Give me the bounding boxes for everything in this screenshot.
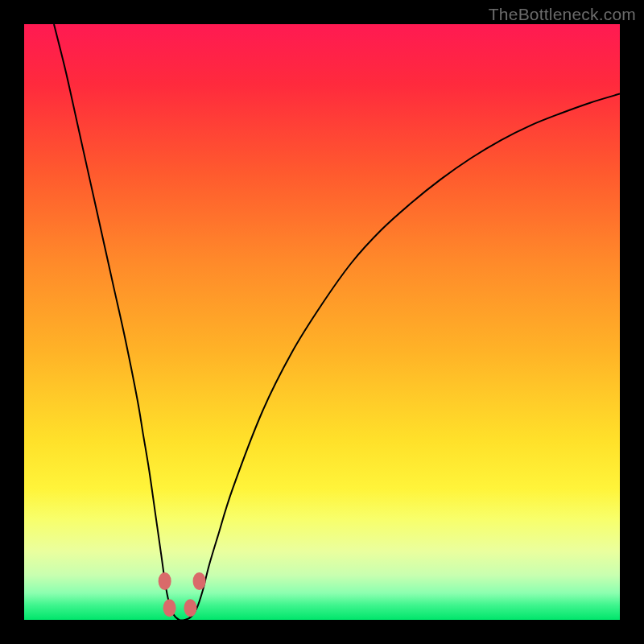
chart-frame: TheBottleneck.com <box>0 0 644 644</box>
gradient-background <box>24 24 620 620</box>
watermark-text: TheBottleneck.com <box>489 5 636 24</box>
curve-marker <box>193 572 206 590</box>
plot-area <box>24 24 620 620</box>
curve-marker <box>184 599 196 617</box>
curve-marker <box>163 599 176 617</box>
chart-svg <box>24 24 620 620</box>
curve-marker <box>159 572 171 590</box>
